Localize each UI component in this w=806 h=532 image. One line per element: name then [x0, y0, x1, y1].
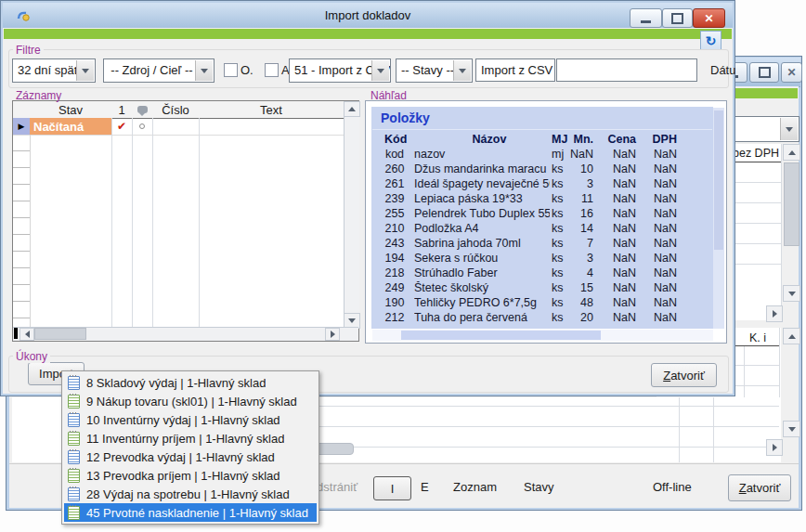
- records-scroll-left[interactable]: [20, 328, 34, 341]
- bgw-close-button[interactable]: ✕: [781, 62, 802, 83]
- preview-row[interactable]: 190 Tehličky PEDRO 6*7,5g ks 48 NaN NaN: [366, 296, 708, 311]
- item-nazov: Tehličky PEDRO 6*7,5g: [414, 296, 550, 309]
- records-group-label: Záznamy: [13, 89, 64, 102]
- preview-row[interactable]: 212 Tuha do pera červená ks 20 NaN NaN: [366, 311, 708, 326]
- item-nazov: Lepiaca páska 19*33: [414, 192, 550, 205]
- preview-row[interactable]: 260 Džus mandarinka maracu 1l ks 10 NaN …: [366, 162, 708, 177]
- green-notepad-icon: [68, 432, 80, 446]
- item-mn: 14: [563, 222, 593, 235]
- checkbox-akt[interactable]: [265, 63, 279, 77]
- filter-value-field[interactable]: [556, 58, 697, 82]
- bgw-grid1-scroll-up[interactable]: [783, 144, 800, 161]
- bgw-grid1-scroll-thumb[interactable]: [784, 162, 800, 246]
- menu-item-label: 11 Inventúrny príjem | 1-Hlavný sklad: [86, 432, 284, 446]
- menu-item-prevodka-prijem[interactable]: 13 Prevodka príjem | 1-Hlavný sklad: [64, 466, 317, 485]
- dialog-close-button[interactable]: ✕: [693, 8, 725, 28]
- menu-item-prvotne-naskladnenie[interactable]: 45 Prvotné naskladnenie | 1-Hlavný sklad: [64, 503, 317, 522]
- records-col-1[interactable]: 1: [111, 101, 132, 118]
- profile-name-field[interactable]: Import z CSV [k: [475, 58, 555, 82]
- import-profile-combo[interactable]: 51 - Import z CSV [: [289, 58, 391, 83]
- item-dph: NaN: [640, 162, 677, 175]
- preview-group-label: Náhľad: [368, 89, 410, 102]
- menu-item-label: 13 Prevodka príjem | 1-Hlavný sklad: [86, 469, 280, 483]
- preview-col-nazov: Názov: [420, 133, 559, 146]
- green-notepad-icon: [68, 469, 80, 483]
- import-dialog: Import dokladov ✕ ↻ Filtre 32 dní späť -…: [0, 0, 735, 396]
- records-col-stav[interactable]: Stav: [30, 101, 111, 118]
- preview-vscroll-thumb[interactable]: [714, 110, 723, 250]
- dialog-minimize-button[interactable]: [630, 8, 662, 28]
- records-col-comment[interactable]: [132, 101, 152, 118]
- records-scroll-up[interactable]: [344, 101, 360, 117]
- preview-row[interactable]: 249 Štetec školský ks 15 NaN NaN: [366, 281, 708, 296]
- chevron-down-icon[interactable]: [195, 60, 213, 81]
- preview-row[interactable]: kod nazov mj NaN NaN NaN: [366, 148, 708, 162]
- preview-row[interactable]: 243 Sabrina jahoda 70ml ks 7 NaN NaN: [366, 237, 708, 252]
- preview-container: Položky Kód Názov MJ Mn. Cena DPH kod na…: [365, 100, 727, 344]
- bgw-grid2-scroll-down[interactable]: [783, 421, 800, 437]
- bgw-close-window-button[interactable]: Zatvoriť: [728, 474, 791, 501]
- chevron-down-icon[interactable]: [780, 118, 798, 140]
- item-mn: 7: [563, 237, 593, 250]
- dialog-close-action-button[interactable]: Zatvoriť: [651, 363, 717, 387]
- records-hscroll-thumb[interactable]: [34, 328, 86, 340]
- preview-row[interactable]: 210 Podložka A4 ks 14 NaN NaN: [366, 222, 708, 237]
- restore-icon: [759, 67, 771, 78]
- preview-row[interactable]: 255 Pelendrek Tubo Duplex 55g ks 16 NaN …: [366, 207, 708, 222]
- bgw-grid1-scroll-down[interactable]: [783, 285, 800, 302]
- menu-item-vydaj-na-spotrebu[interactable]: 28 Výdaj na spotrebu | 1-Hlavný sklad: [64, 485, 317, 503]
- item-dph: NaN: [640, 311, 677, 324]
- menu-item-inventurny-prijem[interactable]: 11 Inventúrny príjem | 1-Hlavný sklad: [64, 429, 317, 448]
- records-col-cislo[interactable]: Číslo: [152, 101, 199, 118]
- chevron-down-icon[interactable]: [76, 60, 94, 81]
- dialog-maximize-button[interactable]: [662, 8, 693, 28]
- e-label[interactable]: E: [421, 480, 429, 494]
- item-dph: NaN: [640, 192, 677, 205]
- refresh-icon: ↻: [706, 33, 717, 48]
- close-icon: ✕: [786, 67, 796, 78]
- preview-row[interactable]: 261 Ideál špagety nevaječné 500g ks 3 Na…: [366, 177, 708, 192]
- item-nazov: Sekera s rúčkou: [414, 252, 550, 265]
- bgw-grid2-scroll-right[interactable]: [766, 439, 783, 456]
- close-icon: ✕: [704, 13, 713, 24]
- menu-item-skladovy-vydaj[interactable]: 8 Skladový výdaj | 1-Hlavný sklad: [64, 373, 317, 392]
- list-label[interactable]: Zoznam: [453, 480, 497, 494]
- menu-item-label: 28 Výdaj na spotrebu | 1-Hlavný sklad: [86, 487, 290, 501]
- bgw-grid2-scroll-up[interactable]: [783, 328, 800, 344]
- blue-notepad-icon: [68, 487, 80, 501]
- bgw-restore-button[interactable]: [749, 62, 779, 83]
- item-cena: NaN: [599, 207, 636, 220]
- menu-item-nakup-tovaru[interactable]: 9 Nákup tovaru (skl01) | 1-Hlavný sklad: [64, 392, 317, 410]
- item-nazov: nazov: [414, 148, 550, 161]
- menu-item-inventurny-vydaj[interactable]: 10 Inventúrny výdaj | 1-Hlavný sklad: [64, 410, 317, 429]
- item-cena: NaN: [599, 296, 636, 309]
- preview-row[interactable]: 218 Strúhadlo Faber ks 4 NaN NaN: [366, 266, 708, 281]
- dialog-title: Import dokladov: [3, 8, 733, 22]
- preview-row[interactable]: 239 Lepiaca páska 19*33 ks 11 NaN NaN: [366, 192, 708, 207]
- menu-item-prevodka-vydaj[interactable]: 12 Prevodka výdaj | 1-Hlavný sklad: [64, 448, 317, 466]
- preview-hscroll-thumb[interactable]: [401, 331, 601, 340]
- item-dph: NaN: [640, 281, 677, 294]
- refresh-button[interactable]: ↻: [700, 31, 722, 50]
- i-button[interactable]: I: [373, 476, 411, 500]
- chevron-down-icon[interactable]: [453, 60, 471, 81]
- record-row-status[interactable]: Načítaná: [30, 118, 111, 135]
- records-col-text[interactable]: Text: [199, 101, 344, 118]
- records-scroll-right[interactable]: [325, 328, 340, 341]
- chevron-down-icon[interactable]: [371, 60, 389, 81]
- offline-label: Off-line: [653, 480, 692, 494]
- record-row-selector[interactable]: ▶: [13, 118, 30, 135]
- source-target-combo[interactable]: -- Zdroj / Cieľ --: [103, 58, 214, 83]
- states-label[interactable]: Stavy: [524, 480, 554, 494]
- preview-row[interactable]: 194 Sekera s rúčkou ks 3 NaN NaN: [366, 252, 708, 266]
- item-dph: NaN: [640, 177, 677, 190]
- period-combo[interactable]: 32 dní späť: [12, 58, 96, 83]
- preview-col-dph: DPH: [640, 133, 677, 146]
- item-dph: NaN: [640, 148, 677, 161]
- item-cena: NaN: [599, 252, 636, 265]
- item-kod: 261: [379, 177, 410, 190]
- states-combo[interactable]: -- Stavy --: [396, 58, 473, 83]
- checkbox-o[interactable]: [224, 63, 238, 77]
- bgw-grid1-scroll-right[interactable]: [766, 305, 783, 322]
- item-mn: 3: [563, 252, 593, 265]
